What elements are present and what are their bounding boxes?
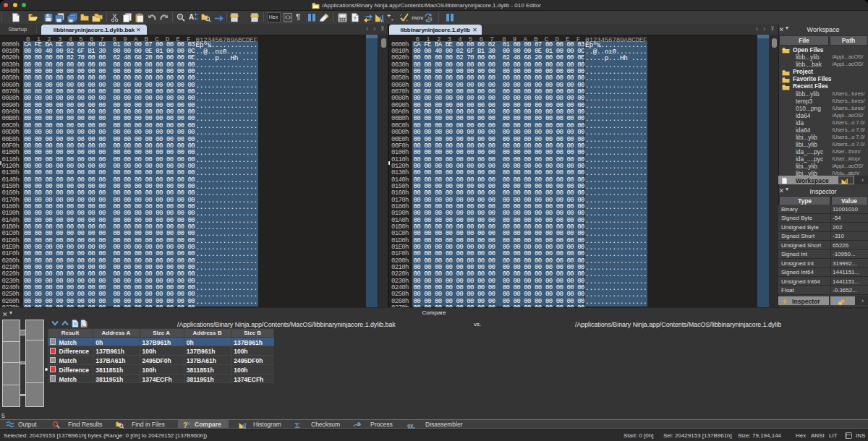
svg-text:?: ? [353, 15, 357, 22]
svg-text:-: - [391, 16, 393, 22]
svg-text:A: A [189, 13, 194, 21]
svg-text:+: + [387, 12, 391, 20]
svg-text:Σ: Σ [295, 421, 300, 429]
svg-text:10: 10 [427, 16, 432, 20]
svg-text:ov: ov [407, 423, 413, 428]
svg-text:?: ? [183, 421, 187, 429]
